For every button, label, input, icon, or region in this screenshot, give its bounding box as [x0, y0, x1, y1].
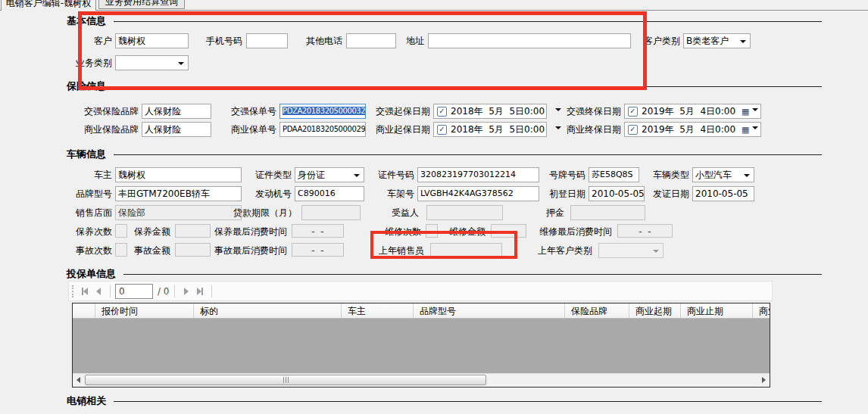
- horizontal-scrollbar[interactable]: [73, 373, 770, 387]
- jq-brand-input[interactable]: 人保财险: [142, 104, 211, 119]
- section-vehicle-header: 车辆信息: [67, 148, 822, 161]
- tab-fee-query[interactable]: 业务费用结算查询: [98, 0, 185, 9]
- next-record-button[interactable]: [180, 285, 193, 298]
- id-type-combo[interactable]: 身份证: [295, 167, 364, 182]
- column-header-commercial-start[interactable]: 商业起期: [629, 303, 681, 318]
- policy-table-header: 报价时间 标的 车主 品牌型号 保险品牌 商业起期 商业止期 商业: [73, 303, 770, 319]
- first-reg-input[interactable]: 2010-05-05: [589, 186, 645, 201]
- repair-amount-box: [491, 224, 526, 238]
- maintain-amount-label: 保养金额: [125, 226, 170, 237]
- last-category-combo[interactable]: [598, 243, 663, 258]
- repair-amount-label: 维修金额: [440, 226, 486, 237]
- chevron-down-icon[interactable]: [752, 108, 758, 114]
- section-basic-header: 基本信息: [67, 14, 822, 28]
- sy-start-date: 2018年 5月 5日: [451, 123, 524, 136]
- brand-model-input[interactable]: 丰田GTM7200EB轿车: [115, 186, 242, 201]
- other-phone-input[interactable]: [346, 33, 396, 48]
- customer-category-label: 客户类别: [635, 36, 680, 46]
- calendar-icon[interactable]: ▦: [742, 126, 749, 134]
- last-salesman-label: 上年销售员: [371, 245, 424, 256]
- jq-end-label: 交强终保日期: [560, 106, 621, 117]
- sy-brand-label: 商业保险品牌: [78, 124, 139, 135]
- jq-policy-input[interactable]: PDZA201832050000322372: [279, 104, 366, 119]
- vin-input[interactable]: LVGBH42K4AG378562: [417, 186, 539, 201]
- record-position-input[interactable]: 0: [115, 284, 153, 299]
- last-record-button[interactable]: [193, 285, 207, 298]
- id-no-input[interactable]: 320823197703012214: [417, 167, 539, 182]
- chevron-down-icon: [653, 250, 659, 256]
- column-header-commercial-end[interactable]: 商业止期: [681, 303, 753, 318]
- section-policies-line: [123, 274, 822, 275]
- column-header-quote-time[interactable]: 报价时间: [95, 303, 194, 318]
- store-label: 销售店面: [67, 207, 112, 218]
- first-record-button[interactable]: [78, 285, 92, 298]
- address-input[interactable]: [428, 33, 631, 48]
- row-selector-header[interactable]: [73, 303, 95, 318]
- toolbar-separator: [174, 285, 175, 297]
- policy-table: 报价时间 标的 车主 品牌型号 保险品牌 商业起期 商业止期 商业: [72, 303, 770, 388]
- beneficiary-input: [426, 205, 503, 220]
- engine-no-input[interactable]: C890016: [295, 186, 364, 201]
- address-label: 地址: [394, 36, 424, 46]
- column-header-owner[interactable]: 车主: [342, 303, 414, 318]
- jq-policy-selected-text: PDZA201832050000322372: [283, 107, 366, 115]
- mobile-input[interactable]: [246, 33, 288, 48]
- chevron-down-icon[interactable]: [752, 126, 758, 132]
- scrollbar-thumb[interactable]: [85, 375, 486, 385]
- app-window: 电销客户编辑-魏树权 业务费用结算查询 基本信息 客户 魏树权 手机号码 其他电…: [0, 0, 868, 414]
- repair-count-box: [426, 224, 438, 238]
- sy-start-datepicker[interactable]: ✓ 2018年 5月 5日 0:00: [433, 122, 547, 137]
- section-telemarketing-title: 电销相关: [67, 394, 106, 408]
- tabstrip-border: [0, 10, 868, 11]
- toolbar-grip-icon[interactable]: [72, 285, 73, 297]
- section-telemarketing-line: [114, 401, 822, 402]
- tab-customer-edit[interactable]: 电销客户编辑-魏树权: [1, 0, 96, 11]
- plate-input[interactable]: 苏E58Q8S: [589, 167, 639, 182]
- column-header-brand-model[interactable]: 品牌型号: [414, 303, 565, 318]
- scroll-right-button[interactable]: [758, 374, 770, 386]
- chevron-down-icon: [178, 62, 184, 68]
- column-header-ins-brand[interactable]: 保险品牌: [565, 303, 629, 318]
- checkbox-checked-icon[interactable]: ✓: [437, 107, 447, 117]
- calendar-icon[interactable]: ▦: [742, 107, 749, 116]
- customer-category-value: B类老客户: [686, 36, 729, 46]
- beneficiary-label: 受益人: [381, 207, 419, 218]
- section-insurance-line: [114, 86, 822, 87]
- last-salesman-input: [430, 243, 502, 258]
- sy-policy-input[interactable]: PDAA201832050000295400: [279, 122, 366, 137]
- sy-start-time: 0:00: [524, 124, 545, 135]
- jq-end-time: 0:00: [715, 106, 735, 117]
- sy-end-time: 0:00: [715, 124, 735, 135]
- jq-start-datepicker[interactable]: ✓ 2018年 5月 5日 0:00: [433, 104, 547, 119]
- loan-term-label: 贷款期限（月）: [224, 207, 297, 218]
- column-header-commercial-clipped[interactable]: 商业: [753, 303, 770, 318]
- sy-brand-input[interactable]: 人保财险: [142, 122, 211, 137]
- section-vehicle-title: 车辆信息: [67, 148, 106, 161]
- record-navigator: 0 / 0: [68, 281, 773, 301]
- sy-end-datepicker[interactable]: ✓ 2019年 5月 4日 0:00 ▦: [624, 122, 761, 137]
- customer-input[interactable]: 魏树权: [115, 33, 189, 48]
- checkbox-checked-icon[interactable]: ✓: [628, 107, 638, 117]
- business-category-combo[interactable]: [115, 55, 189, 70]
- accident-count-label: 事故次数: [67, 245, 112, 256]
- toolbar-separator: [211, 285, 212, 297]
- plate-label: 号牌号码: [540, 170, 585, 180]
- thumb-grip-icon: [283, 377, 284, 383]
- owner-input[interactable]: 魏树权: [115, 167, 242, 182]
- deposit-input: [570, 205, 645, 220]
- store-input: 保险部: [115, 205, 242, 220]
- vehicle-type-value: 小型汽车: [695, 170, 732, 180]
- repair-count-label: 维修次数: [376, 226, 421, 237]
- accident-amount-label: 事故金额: [125, 245, 170, 256]
- checkbox-checked-icon[interactable]: ✓: [437, 125, 447, 135]
- vehicle-type-combo[interactable]: 小型汽车: [692, 167, 754, 182]
- issue-date-input[interactable]: 2010-05-05: [692, 186, 754, 201]
- accident-last-box: - -: [292, 243, 344, 257]
- checkbox-checked-icon[interactable]: ✓: [628, 125, 638, 135]
- jq-end-datepicker[interactable]: ✓ 2019年 5月 4日 0:00 ▦: [624, 104, 761, 119]
- jq-start-date: 2018年 5月 5日: [451, 105, 524, 118]
- previous-record-button[interactable]: [92, 285, 105, 298]
- customer-category-combo[interactable]: B类老客户: [683, 33, 751, 48]
- column-header-subject[interactable]: 标的: [194, 303, 342, 318]
- scroll-left-button[interactable]: [73, 374, 84, 386]
